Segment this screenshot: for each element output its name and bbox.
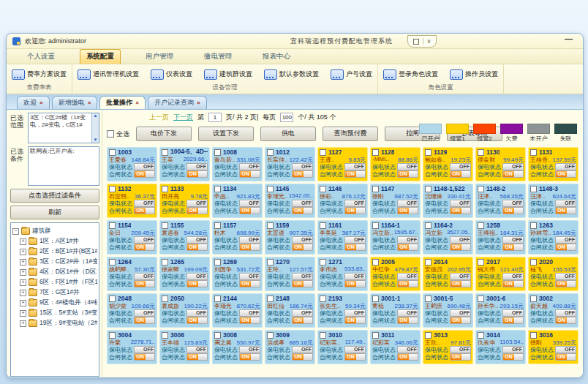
meter-checkbox[interactable] xyxy=(530,295,537,302)
scroll-up-icon[interactable]: ▲ xyxy=(94,113,98,118)
keep-power-toggle[interactable]: OFF xyxy=(502,273,524,280)
meter-checkbox[interactable] xyxy=(478,295,484,302)
page-number-input[interactable]: 1 xyxy=(208,113,222,122)
doc-tab-欢迎[interactable]: 欢迎× xyxy=(17,96,50,109)
meter-card[interactable]: 1128-MMI..88.86元保电状态OFF合闸状态ON xyxy=(370,147,421,181)
meter-card[interactable]: 1003王爱春148.84元保电状态OFF合闸状态ON xyxy=(107,147,157,181)
meter-card[interactable]: 3013王欣..97.81元保电状态OFF合闸状态ON xyxy=(423,330,473,364)
keep-power-toggle[interactable]: OFF xyxy=(502,163,524,170)
meter-card[interactable]: 3009洪成孝885.16元保电状态OFF合闸状态ON xyxy=(265,330,315,364)
meter-checkbox[interactable] xyxy=(530,259,537,266)
ribbon-button-默认参数设置[interactable]: 默认参数设置 xyxy=(262,68,321,81)
meter-checkbox[interactable] xyxy=(425,186,431,192)
keep-power-toggle[interactable]: OFF xyxy=(292,236,313,244)
meter-card[interactable]: 3016徐刚339.25元保电状态OFF合闸状态ON xyxy=(528,330,578,364)
expand-icon[interactable]: + xyxy=(20,290,26,296)
meter-card[interactable]: 1161李美延367.17元保电状态OFF合闸状态ON xyxy=(317,220,368,255)
meter-card[interactable]: 1131王桂香..137.59元保电状态OFF合闸状态ON xyxy=(528,147,578,181)
switch-state-toggle[interactable]: ON xyxy=(450,244,471,251)
close-icon[interactable]: × xyxy=(135,100,139,106)
tree-item[interactable]: +4区：D区1#井（D区1… xyxy=(12,268,97,276)
switch-state-toggle[interactable]: ON xyxy=(186,353,208,361)
switch-state-toggle[interactable]: ON xyxy=(502,170,524,178)
expand-icon[interactable]: + xyxy=(20,269,26,276)
meter-checkbox[interactable] xyxy=(214,259,221,266)
meter-card[interactable]: 3001-6孙长争..293.15元保电状态OFF合闸状态ON xyxy=(475,293,526,328)
expand-icon[interactable]: + xyxy=(20,300,26,306)
keep-power-toggle[interactable]: OFF xyxy=(502,200,524,207)
meter-card[interactable]: 1004-5、4D—王英2029.66..保电状态OFF合闸状态ON xyxy=(159,147,210,181)
keep-power-toggle[interactable]: OFF xyxy=(344,273,366,280)
keep-power-toggle[interactable]: OFF xyxy=(239,200,260,207)
meter-checkbox[interactable] xyxy=(109,332,116,339)
meter-card[interactable]: 1145李瑾光..1542.00..保电状态OFF合闸状态ON xyxy=(265,184,315,218)
tree-item[interactable]: +3区：C区2#井（1#变… xyxy=(12,257,97,266)
keep-power-toggle[interactable]: OFF xyxy=(502,309,524,317)
expand-icon[interactable] xyxy=(413,39,419,45)
meter-checkbox[interactable] xyxy=(530,149,537,156)
keep-power-toggle[interactable]: OFF xyxy=(450,163,471,170)
keep-power-toggle[interactable]: OFF xyxy=(502,346,524,353)
switch-state-toggle[interactable]: ON xyxy=(239,353,260,361)
select-all-checkbox[interactable] xyxy=(107,130,114,138)
meter-checkbox[interactable] xyxy=(267,222,274,229)
meter-checkbox[interactable] xyxy=(267,149,274,156)
meter-checkbox[interactable] xyxy=(267,259,274,266)
keep-power-toggle[interactable]: OFF xyxy=(397,346,418,353)
meter-checkbox[interactable] xyxy=(425,295,431,302)
prev-page-link[interactable]: 上一页 xyxy=(149,113,169,122)
meter-checkbox[interactable] xyxy=(425,332,431,339)
switch-state-toggle[interactable]: ON xyxy=(397,170,418,178)
switch-state-toggle[interactable]: ON xyxy=(397,244,418,251)
meter-checkbox[interactable] xyxy=(425,222,431,229)
keep-power-toggle[interactable]: OFF xyxy=(397,309,418,317)
meter-card[interactable]: 2020桂飞155.53元保电状态OFF合闸状态ON xyxy=(528,257,578,291)
expand-icon[interactable]: + xyxy=(20,279,26,286)
switch-state-toggle[interactable]: ON xyxy=(134,207,155,214)
tree-item[interactable]: +1区：A区1#井 xyxy=(12,237,97,246)
meter-card[interactable]: 2193张先生..59.34元保电状态OFF合闸状态ON xyxy=(317,293,368,328)
meter-checkbox[interactable] xyxy=(478,149,484,156)
meter-card[interactable]: 1148-1,522沈继缘330.41元保电状态OFF合闸状态ON xyxy=(423,184,473,218)
keep-power-toggle[interactable]: OFF xyxy=(292,200,313,207)
action-button-电价下发[interactable]: 电价下发 xyxy=(136,127,192,141)
meter-checkbox[interactable] xyxy=(425,259,431,266)
ribbon-button-操作员设置[interactable]: 操作员设置 xyxy=(448,68,500,81)
meter-checkbox[interactable] xyxy=(162,222,168,229)
switch-state-toggle[interactable]: ON xyxy=(186,244,208,251)
switch-state-toggle[interactable]: ON xyxy=(186,317,208,324)
meter-card[interactable]: 1012长实佳..122.42元保电状态OFF合闸状态ON xyxy=(265,147,315,181)
meter-checkbox[interactable] xyxy=(267,332,274,339)
switch-state-toggle[interactable]: ON xyxy=(344,244,366,251)
switch-state-toggle[interactable]: ON xyxy=(555,317,576,324)
meter-checkbox[interactable] xyxy=(372,259,379,266)
keep-power-toggle[interactable]: OFF xyxy=(186,309,208,317)
meter-checkbox[interactable] xyxy=(478,222,484,229)
chevron-down-icon[interactable]: ∨ xyxy=(427,39,431,45)
meter-card[interactable]: 3014仇表华1103.54..保电状态OFF合闸状态ON xyxy=(475,330,526,364)
keep-power-toggle[interactable]: OFF xyxy=(292,346,313,353)
keep-power-toggle[interactable]: OFF xyxy=(450,200,471,207)
switch-state-toggle[interactable]: ON xyxy=(397,207,418,214)
switch-state-toggle[interactable]: ON xyxy=(344,317,366,324)
expand-icon[interactable]: + xyxy=(20,259,26,266)
meter-card[interactable]: 1264姚鹤卿..57.30元保电状态OFF合闸状态ON xyxy=(107,257,157,291)
keep-power-toggle[interactable]: OFF xyxy=(186,163,208,170)
keep-power-toggle[interactable]: OFF xyxy=(239,309,260,317)
switch-state-toggle[interactable]: ON xyxy=(502,353,524,361)
switch-state-toggle[interactable]: ON xyxy=(450,353,471,361)
keep-power-toggle[interactable]: OFF xyxy=(344,309,366,317)
ribbon-button-通讯管理机设置[interactable]: 通讯管理机设置 xyxy=(75,68,141,81)
meter-card[interactable]: 3001-1黄稳238.37元保电状态OFF合闸状态ON xyxy=(370,293,421,328)
switch-state-toggle[interactable]: ON xyxy=(397,280,418,287)
meter-checkbox[interactable] xyxy=(267,295,274,302)
collapse-icon[interactable]: − xyxy=(12,228,19,235)
meter-checkbox[interactable] xyxy=(162,259,168,266)
switch-state-toggle[interactable]: ON xyxy=(186,280,208,287)
switch-state-toggle[interactable]: ON xyxy=(134,244,155,251)
meter-card[interactable]: 1134申品..921.83元保电状态OFF合闸状态ON xyxy=(212,184,263,218)
keep-power-toggle[interactable]: OFF xyxy=(450,346,471,353)
meter-checkbox[interactable] xyxy=(214,295,221,302)
switch-state-toggle[interactable]: ON xyxy=(450,280,471,287)
keep-power-toggle[interactable]: OFF xyxy=(555,163,576,170)
